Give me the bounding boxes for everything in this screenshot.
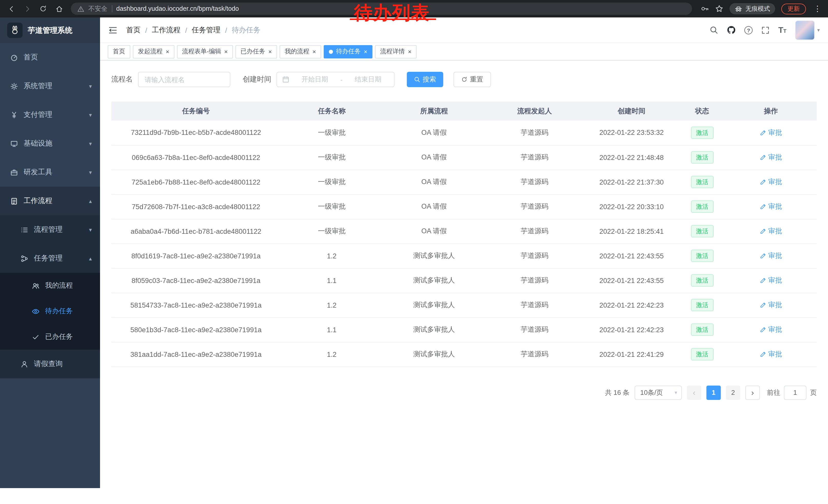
edit-icon (759, 326, 766, 333)
user-menu[interactable] (795, 20, 820, 40)
approve-link[interactable]: 审批 (759, 128, 782, 137)
close-icon[interactable] (166, 48, 169, 55)
approve-link[interactable]: 审批 (759, 325, 782, 334)
check-icon (32, 333, 40, 341)
reset-button[interactable]: 重置 (454, 72, 491, 87)
page-size-select[interactable]: 10条/页 (634, 385, 682, 400)
approve-link[interactable]: 审批 (759, 202, 782, 211)
edit-icon (759, 179, 766, 185)
pagination: 共 16 条 10条/页 1 2 前往 页 (111, 385, 817, 410)
breadcrumb-home[interactable]: 首页 (126, 26, 140, 35)
approve-link[interactable]: 审批 (759, 301, 782, 310)
close-icon[interactable] (313, 48, 316, 55)
prev-page-button[interactable] (687, 385, 701, 400)
status-badge: 激活 (691, 348, 713, 360)
goto-page-input[interactable] (784, 385, 806, 400)
sidebar-item-payment[interactable]: 支付管理 (0, 100, 100, 129)
status-badge: 激活 (691, 176, 713, 188)
approve-link[interactable]: 审批 (759, 153, 782, 162)
sidebar-item-leave-query[interactable]: 请假查询 (0, 350, 100, 378)
sidebar-item-label: 我的流程 (45, 281, 73, 290)
edit-icon (759, 253, 766, 259)
status-badge: 激活 (691, 127, 713, 139)
sidebar-item-home[interactable]: 首页 (0, 43, 100, 72)
github-icon[interactable] (727, 26, 736, 34)
sidebar-item-todo-task[interactable]: 待办任务 (0, 299, 100, 324)
chevron-down-icon (89, 140, 92, 147)
key-icon[interactable] (701, 5, 709, 13)
tab-process-detail[interactable]: 流程详情 (375, 45, 417, 58)
approve-link[interactable]: 审批 (759, 350, 782, 359)
fullscreen-icon[interactable] (761, 26, 770, 34)
forward-icon[interactable] (21, 3, 33, 15)
app-logo[interactable]: 芋道管理系统 (0, 17, 100, 43)
edit-icon (759, 302, 766, 308)
search-icon[interactable] (709, 26, 718, 34)
search-button[interactable]: 搜索 (407, 72, 443, 87)
edit-icon (759, 351, 766, 358)
omnibox-divider (112, 5, 112, 12)
back-icon[interactable] (5, 3, 17, 15)
sidebar-item-label: 基础设施 (24, 139, 52, 148)
sidebar-item-task-management[interactable]: 任务管理 (0, 244, 100, 273)
breadcrumb-current: 待办任务 (232, 26, 260, 35)
browser-menu-icon[interactable]: ⋮ (812, 4, 823, 13)
sidebar-item-workflow[interactable]: 工作流程 (0, 187, 100, 215)
refresh-icon[interactable] (37, 3, 49, 15)
col-task-id: 任务编号 (111, 101, 281, 121)
sidebar-item-system[interactable]: 系统管理 (0, 72, 100, 100)
close-icon[interactable] (408, 48, 411, 55)
font-size-icon[interactable] (778, 26, 786, 35)
approve-link[interactable]: 审批 (759, 227, 782, 236)
sidebar-item-label: 待办任务 (45, 307, 73, 316)
date-range-picker[interactable]: 开始日期 - 结束日期 (277, 72, 395, 87)
dashboard-icon (10, 54, 18, 61)
home-icon[interactable] (53, 3, 65, 15)
status-badge: 激活 (691, 274, 713, 287)
status-badge: 激活 (691, 250, 713, 262)
sidebar-filler (0, 378, 100, 488)
sidebar-item-label: 已办任务 (45, 332, 73, 341)
page-button-1[interactable]: 1 (706, 385, 721, 400)
collapse-sidebar-icon[interactable] (108, 26, 118, 35)
page-button-2[interactable]: 2 (726, 385, 740, 400)
sidebar-item-done-task[interactable]: 已办任务 (0, 324, 100, 350)
approve-link[interactable]: 审批 (759, 251, 782, 261)
sidebar-item-label: 研发工具 (24, 168, 52, 177)
tab-my-process[interactable]: 我的流程 (280, 45, 321, 58)
sidebar-item-infrastructure[interactable]: 基础设施 (0, 129, 100, 158)
close-icon[interactable] (268, 48, 272, 55)
end-date-placeholder: 结束日期 (347, 75, 389, 84)
approve-link[interactable]: 审批 (759, 276, 782, 285)
rabbit-icon (10, 26, 19, 35)
breadcrumb-workflow[interactable]: 工作流程 (152, 26, 180, 35)
incognito-badge[interactable]: 无痕模式 (730, 3, 775, 14)
active-dot (329, 49, 333, 54)
edit-icon (759, 154, 766, 161)
help-icon[interactable] (744, 26, 753, 34)
col-flow: 所属流程 (383, 101, 485, 121)
sidebar-item-label: 工作流程 (24, 196, 52, 205)
sidebar-item-my-process[interactable]: 我的流程 (0, 273, 100, 299)
close-icon[interactable] (224, 48, 228, 55)
close-icon[interactable] (364, 48, 367, 55)
sidebar-item-devtools[interactable]: 研发工具 (0, 158, 100, 187)
monitor-icon (10, 140, 18, 147)
sidebar-item-label: 支付管理 (24, 110, 52, 120)
tab-todo-task[interactable]: 待办任务 (324, 45, 372, 58)
todo-task-table: 任务编号 任务名称 所属流程 流程发起人 创建时间 状态 操作 73211d9d… (111, 101, 817, 367)
avatar[interactable] (795, 20, 815, 40)
next-page-button[interactable] (745, 385, 760, 400)
approve-link[interactable]: 审批 (759, 177, 782, 187)
breadcrumb-task-management[interactable]: 任务管理 (192, 26, 220, 35)
sidebar: 芋道管理系统 首页 系统管理 支付管理 基础设施 (0, 17, 100, 488)
update-button[interactable]: 更新 (781, 3, 806, 14)
tab-form-edit[interactable]: 流程表单-编辑 (177, 45, 233, 58)
sidebar-item-label: 首页 (24, 53, 38, 62)
process-name-input[interactable] (138, 72, 230, 87)
tab-done-task[interactable]: 已办任务 (236, 45, 277, 58)
bookmark-star-icon[interactable] (715, 5, 723, 13)
tab-start-process[interactable]: 发起流程 (133, 45, 174, 58)
tab-home[interactable]: 首页 (108, 45, 130, 58)
sidebar-item-process-management[interactable]: 流程管理 (0, 215, 100, 244)
